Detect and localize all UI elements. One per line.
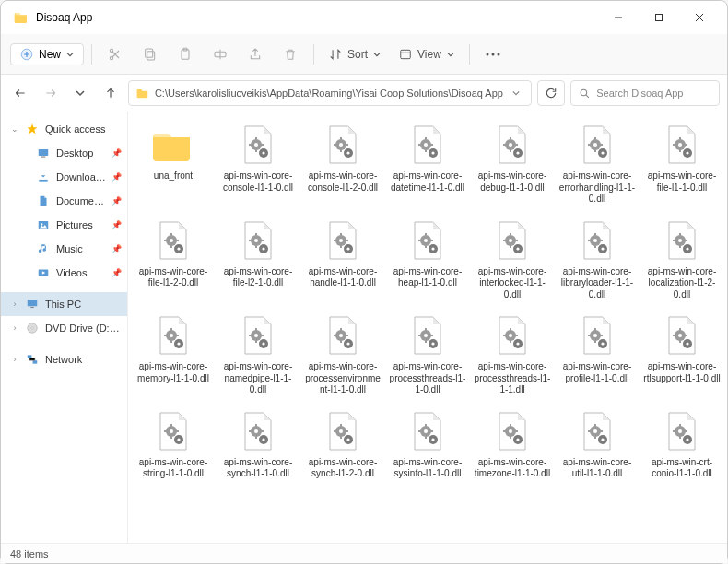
file-item[interactable]: api-ms-win-core-timezone-l1-1-0.dll	[471, 405, 554, 484]
file-item[interactable]: api-ms-win-core-processthreads-l1-1-0.dl…	[386, 310, 469, 400]
share-button[interactable]	[240, 41, 271, 68]
refresh-button[interactable]	[537, 80, 565, 106]
file-item[interactable]: api-ms-win-core-namedpipe-l1-1-0.dll	[217, 310, 299, 400]
svg-rect-172	[594, 328, 596, 332]
svg-rect-77	[170, 244, 172, 248]
file-item[interactable]: api-ms-win-core-errorhandling-l1-1-0.dll	[556, 119, 639, 209]
svg-rect-55	[514, 144, 518, 146]
sidebar-item-documents[interactable]: Documents📌	[1, 189, 127, 213]
file-item[interactable]: api-ms-win-core-file-l2-1-0.dll	[217, 215, 299, 305]
file-name: api-ms-win-core-string-l1-1-0.dll	[135, 457, 212, 480]
sidebar-item-videos[interactable]: Videos📌	[1, 261, 127, 285]
cut-button[interactable]	[100, 41, 131, 68]
file-item[interactable]: api-ms-win-core-synch-l1-1-0.dll	[217, 405, 299, 484]
svg-point-23	[31, 327, 33, 329]
svg-point-67	[678, 143, 682, 147]
svg-point-163	[509, 334, 512, 337]
sidebar-item-desktop[interactable]: Desktop📌	[1, 141, 127, 165]
copy-button[interactable]	[135, 41, 166, 68]
svg-point-185	[686, 342, 688, 345]
file-item[interactable]: api-ms-win-core-memory-l1-1-0.dll	[132, 310, 215, 400]
close-button[interactable]	[679, 4, 720, 31]
file-item[interactable]: api-ms-win-core-synch-l1-2-0.dll	[301, 405, 384, 484]
file-item[interactable]: api-ms-win-core-debug-l1-1-0.dll	[471, 119, 554, 209]
svg-point-161	[431, 342, 434, 345]
dll-icon	[660, 218, 704, 263]
file-item[interactable]: api-ms-win-core-rtlsupport-l1-1-0.dll	[640, 310, 723, 400]
dll-icon	[575, 313, 619, 358]
file-item[interactable]: api-ms-win-core-handle-l1-1-0.dll	[301, 215, 384, 305]
svg-rect-229	[594, 435, 596, 439]
file-name: api-ms-win-core-debug-l1-1-0.dll	[474, 170, 551, 194]
sidebar-network[interactable]: › Network	[1, 347, 127, 371]
file-list[interactable]: una_frontapi-ms-win-core-console-l1-1-0.…	[128, 112, 727, 543]
recent-button[interactable]	[68, 80, 92, 106]
file-item[interactable]: api-ms-win-core-sysinfo-l1-1-0.dll	[386, 405, 469, 484]
view-button[interactable]: View	[392, 44, 462, 65]
file-item[interactable]: api-ms-win-core-datetime-l1-1-0.dll	[386, 119, 469, 209]
svg-rect-221	[510, 435, 511, 439]
dll-icon	[660, 123, 704, 167]
svg-point-27	[254, 143, 258, 147]
file-item[interactable]: api-ms-win-core-heap-l1-1-0.dll	[386, 215, 469, 305]
address-path: C:\Users\karolisliucveikis\AppData\Roami…	[155, 88, 503, 99]
file-item[interactable]: api-ms-win-core-file-l1-2-0.dll	[132, 215, 215, 305]
view-icon	[399, 48, 412, 61]
svg-point-18	[41, 223, 42, 225]
svg-point-147	[339, 334, 343, 337]
minimize-button[interactable]	[598, 4, 639, 31]
svg-rect-166	[503, 335, 507, 336]
paste-button[interactable]	[170, 41, 201, 68]
file-item[interactable]: api-ms-win-core-localization-l1-2-0.dll	[640, 215, 723, 305]
delete-button[interactable]	[275, 41, 306, 68]
dll-icon	[490, 123, 534, 167]
file-name: api-ms-win-core-profile-l1-1-0.dll	[558, 361, 636, 384]
file-item[interactable]: api-ms-win-core-processthreads-l1-1-1.dl…	[471, 310, 554, 400]
sidebar-dvd-drive[interactable]: › DVD Drive (D:) CCCC	[1, 316, 127, 340]
svg-rect-151	[345, 335, 348, 336]
search-input[interactable]: Search Disoaq App	[570, 80, 720, 106]
file-item[interactable]: api-ms-win-core-interlocked-l1-1-0.dll	[471, 215, 554, 305]
svg-point-89	[262, 247, 264, 250]
svg-rect-110	[503, 240, 507, 241]
sidebar-item-downloads[interactable]: Downloads📌	[1, 165, 127, 189]
svg-point-145	[262, 342, 264, 345]
dll-icon	[321, 218, 365, 263]
file-item[interactable]: api-ms-win-core-string-l1-1-0.dll	[132, 405, 215, 484]
file-item[interactable]: una_front	[132, 119, 215, 209]
svg-point-193	[177, 438, 180, 441]
new-button[interactable]: New	[10, 43, 84, 65]
back-button[interactable]	[8, 80, 32, 106]
up-button[interactable]	[98, 80, 122, 106]
file-item[interactable]: api-ms-win-crt-conio-l1-1-0.dll	[640, 405, 723, 484]
sort-button[interactable]: Sort	[322, 44, 388, 65]
sidebar-this-pc[interactable]: › This PC	[1, 292, 127, 316]
file-item[interactable]: api-ms-win-core-console-l1-1-0.dll	[217, 119, 299, 209]
svg-rect-205	[340, 435, 342, 439]
file-item[interactable]: api-ms-win-core-libraryloader-l1-1-0.dll	[556, 215, 639, 305]
sidebar-item-pictures[interactable]: Pictures📌	[1, 213, 127, 237]
svg-point-241	[686, 438, 688, 441]
file-item[interactable]: api-ms-win-core-file-l1-1-0.dll	[640, 119, 723, 209]
maximize-button[interactable]	[639, 4, 679, 31]
svg-point-41	[346, 151, 349, 154]
sidebar-quick-access[interactable]: ⌄ Quick access	[1, 117, 127, 141]
chevron-down-icon[interactable]	[509, 89, 523, 97]
chevron-down-icon	[447, 51, 454, 58]
address-bar[interactable]: C:\Users\karolisliucveikis\AppData\Roami…	[128, 80, 532, 106]
svg-rect-45	[425, 148, 427, 152]
file-name: api-ms-win-core-synch-l1-2-0.dll	[304, 457, 382, 480]
svg-rect-101	[425, 244, 427, 248]
svg-rect-84	[255, 233, 257, 237]
more-button[interactable]	[477, 41, 509, 68]
file-item[interactable]: api-ms-win-core-processenvironment-l1-1-…	[301, 310, 384, 400]
file-item[interactable]: api-ms-win-core-profile-l1-1-0.dll	[556, 310, 639, 400]
svg-rect-71	[684, 144, 687, 146]
file-item[interactable]: api-ms-win-core-util-l1-1-0.dll	[556, 405, 639, 484]
svg-rect-20	[28, 300, 38, 306]
rename-button[interactable]	[205, 41, 236, 68]
sidebar-item-music[interactable]: Music📌	[1, 237, 127, 261]
folder-icon	[136, 87, 149, 100]
file-item[interactable]: api-ms-win-core-console-l1-2-0.dll	[301, 119, 384, 209]
forward-button[interactable]	[38, 80, 62, 106]
